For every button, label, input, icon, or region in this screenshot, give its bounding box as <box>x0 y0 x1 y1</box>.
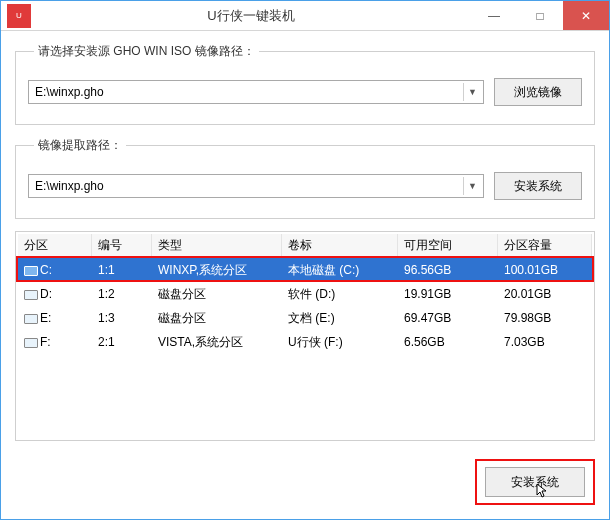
partition-table: 分区 编号 类型 卷标 可用空间 分区容量 C:1:1WINXP,系统分区本地磁… <box>15 231 595 441</box>
th-type[interactable]: 类型 <box>152 234 282 257</box>
target-path-combo[interactable]: E:\winxp.gho ▼ <box>28 174 484 198</box>
cell-label: 软件 (D:) <box>282 282 398 306</box>
th-free[interactable]: 可用空间 <box>398 234 498 257</box>
app-window: U U行侠一键装机 — □ ✕ 请选择安装源 GHO WIN ISO 镜像路径：… <box>0 0 610 520</box>
row-source: E:\winxp.gho ▼ 浏览镜像 <box>28 78 582 106</box>
table-row[interactable]: D:1:2磁盘分区软件 (D:)19.91GB20.01GB <box>18 282 592 306</box>
install-button-highlight-box: 安装系统 <box>475 459 595 505</box>
table-row[interactable]: E:1:3磁盘分区文档 (E:)69.47GB79.98GB <box>18 306 592 330</box>
cell-type: 磁盘分区 <box>152 282 282 306</box>
cell-part: F: <box>18 330 92 354</box>
maximize-button[interactable]: □ <box>517 1 563 30</box>
footer: 安装系统 <box>15 453 595 505</box>
cell-part-text: D: <box>40 287 52 301</box>
cell-size: 20.01GB <box>498 282 592 306</box>
th-partition[interactable]: 分区 <box>18 234 92 257</box>
cell-num: 1:3 <box>92 306 152 330</box>
cell-part: C: <box>18 258 92 282</box>
drive-icon <box>24 266 38 276</box>
cell-size: 79.98GB <box>498 306 592 330</box>
cell-type: 磁盘分区 <box>152 306 282 330</box>
cell-free: 19.91GB <box>398 282 498 306</box>
cell-num: 2:1 <box>92 330 152 354</box>
cell-type: WINXP,系统分区 <box>152 258 282 282</box>
cell-part: D: <box>18 282 92 306</box>
group-source-legend: 请选择安装源 GHO WIN ISO 镜像路径： <box>34 43 259 60</box>
cell-part-text: F: <box>40 335 51 349</box>
table-header: 分区 编号 类型 卷标 可用空间 分区容量 <box>18 234 592 258</box>
table-body: C:1:1WINXP,系统分区本地磁盘 (C:)96.56GB100.01GBD… <box>18 258 592 354</box>
browse-image-button[interactable]: 浏览镜像 <box>494 78 582 106</box>
window-buttons: — □ ✕ <box>471 1 609 30</box>
minimize-button[interactable]: — <box>471 1 517 30</box>
chevron-down-icon: ▼ <box>463 83 481 101</box>
cell-size: 7.03GB <box>498 330 592 354</box>
chevron-down-icon: ▼ <box>463 177 481 195</box>
client-area: 请选择安装源 GHO WIN ISO 镜像路径： E:\winxp.gho ▼ … <box>1 31 609 519</box>
install-system-button-top[interactable]: 安装系统 <box>494 172 582 200</box>
app-icon: U <box>7 4 31 28</box>
drive-icon <box>24 290 38 300</box>
cell-size: 100.01GB <box>498 258 592 282</box>
th-size[interactable]: 分区容量 <box>498 234 592 257</box>
cell-label: 文档 (E:) <box>282 306 398 330</box>
close-button[interactable]: ✕ <box>563 1 609 30</box>
install-system-button[interactable]: 安装系统 <box>485 467 585 497</box>
cell-free: 69.47GB <box>398 306 498 330</box>
row-target: E:\winxp.gho ▼ 安装系统 <box>28 172 582 200</box>
cell-num: 1:2 <box>92 282 152 306</box>
target-path-value: E:\winxp.gho <box>35 179 104 193</box>
cell-free: 6.56GB <box>398 330 498 354</box>
th-number[interactable]: 编号 <box>92 234 152 257</box>
cell-part-text: C: <box>40 263 52 277</box>
drive-icon <box>24 338 38 348</box>
window-title: U行侠一键装机 <box>31 7 471 25</box>
cell-type: VISTA,系统分区 <box>152 330 282 354</box>
table-row[interactable]: F:2:1VISTA,系统分区U行侠 (F:)6.56GB7.03GB <box>18 330 592 354</box>
table-row[interactable]: C:1:1WINXP,系统分区本地磁盘 (C:)96.56GB100.01GB <box>18 258 592 282</box>
group-target: 镜像提取路径： E:\winxp.gho ▼ 安装系统 <box>15 137 595 219</box>
drive-icon <box>24 314 38 324</box>
cell-part-text: E: <box>40 311 51 325</box>
cell-num: 1:1 <box>92 258 152 282</box>
group-target-legend: 镜像提取路径： <box>34 137 126 154</box>
cell-label: U行侠 (F:) <box>282 330 398 354</box>
cell-free: 96.56GB <box>398 258 498 282</box>
cell-part: E: <box>18 306 92 330</box>
group-source: 请选择安装源 GHO WIN ISO 镜像路径： E:\winxp.gho ▼ … <box>15 43 595 125</box>
titlebar: U U行侠一键装机 — □ ✕ <box>1 1 609 31</box>
th-label[interactable]: 卷标 <box>282 234 398 257</box>
cell-label: 本地磁盘 (C:) <box>282 258 398 282</box>
source-path-value: E:\winxp.gho <box>35 85 104 99</box>
source-path-combo[interactable]: E:\winxp.gho ▼ <box>28 80 484 104</box>
